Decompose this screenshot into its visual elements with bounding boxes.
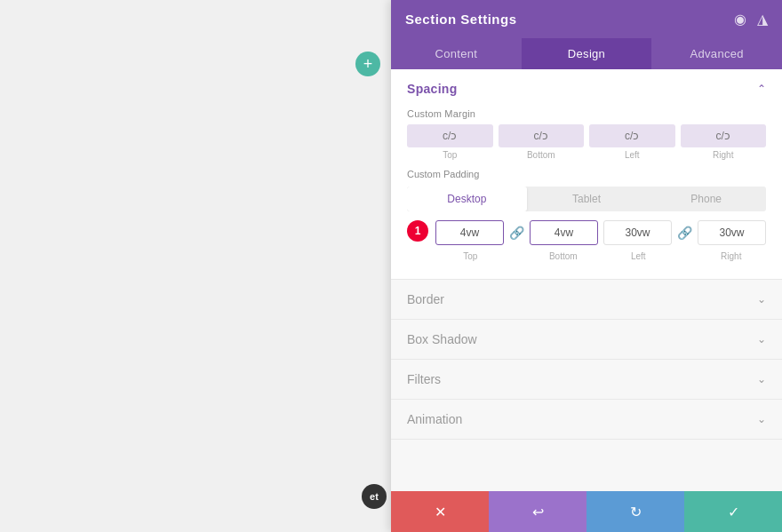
step-badge: 1 bbox=[407, 220, 428, 242]
padding-left-group bbox=[603, 220, 672, 245]
padding-bottom-input[interactable] bbox=[530, 220, 598, 245]
spacing-chevron-up-icon: ⌃ bbox=[757, 83, 766, 95]
spacing-section-title: Spacing bbox=[407, 82, 458, 96]
animation-section: Animation ⌄ bbox=[391, 400, 782, 440]
border-section-header[interactable]: Border ⌄ bbox=[391, 280, 782, 319]
margin-bottom-group: Bottom bbox=[499, 124, 585, 160]
reset-icon: ↩ bbox=[532, 504, 544, 520]
tabs-bar: Content Design Advanced bbox=[391, 38, 782, 69]
padding-left-input[interactable] bbox=[603, 220, 672, 245]
padding-bottom-label: Bottom bbox=[529, 251, 599, 261]
redo-icon: ↻ bbox=[630, 504, 642, 520]
border-chevron-icon: ⌄ bbox=[757, 293, 766, 306]
margin-left-input[interactable] bbox=[589, 124, 675, 147]
box-shadow-section: Box Shadow ⌄ bbox=[391, 320, 782, 360]
border-section-title: Border bbox=[407, 292, 444, 306]
columns-icon[interactable]: ◮ bbox=[757, 11, 768, 28]
spacing-section: Spacing ⌃ Custom Margin Top Bottom bbox=[391, 69, 782, 280]
padding-left-label: Left bbox=[603, 251, 674, 261]
padding-fields: 🔗 🔗 bbox=[435, 220, 766, 265]
cancel-button[interactable]: ✕ bbox=[391, 491, 489, 532]
animation-chevron-icon: ⌄ bbox=[757, 413, 766, 425]
spacing-section-content: Custom Margin Top Bottom Left bbox=[391, 108, 782, 279]
filters-section-title: Filters bbox=[407, 372, 441, 386]
tab-advanced[interactable]: Advanced bbox=[651, 38, 782, 69]
padding-top-group bbox=[435, 220, 504, 245]
box-shadow-section-header[interactable]: Box Shadow ⌄ bbox=[391, 320, 782, 359]
watermark-text: et bbox=[370, 491, 379, 502]
padding-right-group bbox=[698, 220, 766, 245]
padding-tb-link-icon[interactable]: 🔗 bbox=[507, 226, 526, 240]
padding-sublabels: Top Bottom Left Right bbox=[435, 249, 766, 261]
padding-top-label: Top bbox=[435, 251, 506, 261]
spacing-section-header[interactable]: Spacing ⌃ bbox=[391, 69, 782, 108]
redo-button[interactable]: ↻ bbox=[586, 491, 684, 532]
margin-right-label: Right bbox=[713, 150, 733, 160]
device-tabs: Desktop Tablet Phone bbox=[407, 187, 766, 211]
save-icon: ✓ bbox=[728, 504, 739, 520]
filters-section: Filters ⌄ bbox=[391, 360, 782, 400]
reset-button[interactable]: ↩ bbox=[489, 491, 586, 532]
border-section: Border ⌄ bbox=[391, 280, 782, 320]
custom-padding-label: Custom Padding bbox=[407, 169, 766, 179]
margin-left-group: Left bbox=[589, 124, 675, 160]
padding-row: 🔗 🔗 bbox=[435, 220, 766, 245]
tab-content[interactable]: Content bbox=[391, 38, 522, 69]
panel-body: Spacing ⌃ Custom Margin Top Bottom bbox=[391, 69, 782, 491]
panel-header-icons: ◉ ◮ bbox=[734, 11, 768, 28]
padding-right-label: Right bbox=[697, 251, 767, 261]
margin-right-input[interactable] bbox=[681, 124, 767, 147]
margin-top-input[interactable] bbox=[407, 124, 493, 147]
margin-bottom-input[interactable] bbox=[499, 124, 585, 147]
margin-row: Top Bottom Left Right bbox=[407, 124, 766, 160]
filters-section-header[interactable]: Filters ⌄ bbox=[391, 360, 782, 399]
custom-margin-label: Custom Margin bbox=[407, 108, 766, 119]
tab-design[interactable]: Design bbox=[522, 38, 652, 69]
watermark-badge: et bbox=[362, 484, 387, 509]
eye-icon[interactable]: ◉ bbox=[734, 11, 746, 28]
padding-bottom-group bbox=[530, 220, 598, 245]
animation-section-header[interactable]: Animation ⌄ bbox=[391, 400, 782, 439]
box-shadow-chevron-icon: ⌄ bbox=[757, 333, 766, 345]
device-tab-phone[interactable]: Phone bbox=[646, 187, 766, 211]
save-button[interactable]: ✓ bbox=[684, 491, 782, 532]
panel-title: Section Settings bbox=[405, 12, 517, 27]
padding-row-with-badge: 1 🔗 bbox=[407, 220, 766, 265]
add-section-button[interactable]: + bbox=[355, 52, 380, 76]
cancel-icon: ✕ bbox=[435, 504, 446, 520]
device-tab-tablet[interactable]: Tablet bbox=[527, 187, 647, 211]
canvas-area: + bbox=[0, 0, 391, 532]
box-shadow-section-title: Box Shadow bbox=[407, 332, 477, 346]
margin-right-group: Right bbox=[681, 124, 767, 160]
padding-left-right-pair: 🔗 bbox=[603, 220, 766, 245]
filters-chevron-icon: ⌄ bbox=[757, 373, 766, 385]
margin-top-label: Top bbox=[443, 150, 457, 160]
padding-right-input[interactable] bbox=[698, 220, 766, 245]
settings-panel: Section Settings ◉ ◮ Content Design Adva… bbox=[391, 0, 782, 532]
panel-footer: ✕ ↩ ↻ ✓ bbox=[391, 491, 782, 532]
margin-left-label: Left bbox=[625, 150, 640, 160]
padding-top-bottom-pair: 🔗 bbox=[435, 220, 598, 245]
padding-lr-link-icon[interactable]: 🔗 bbox=[675, 226, 694, 240]
padding-top-input[interactable] bbox=[435, 220, 504, 245]
margin-bottom-label: Bottom bbox=[527, 150, 555, 160]
margin-top-group: Top bbox=[407, 124, 493, 160]
device-tab-desktop[interactable]: Desktop bbox=[407, 187, 527, 211]
animation-section-title: Animation bbox=[407, 412, 462, 426]
panel-header: Section Settings ◉ ◮ bbox=[391, 0, 782, 38]
